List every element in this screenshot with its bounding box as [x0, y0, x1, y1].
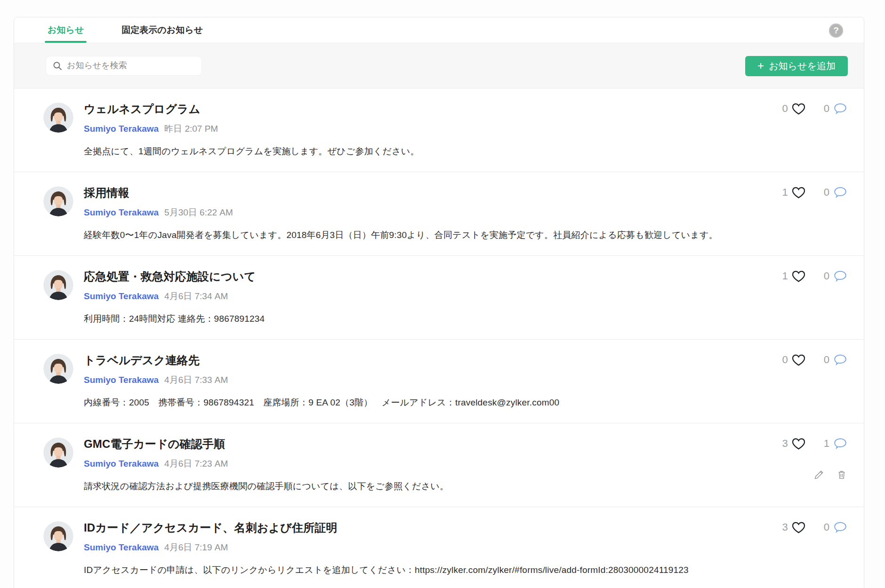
comment-icon[interactable]	[834, 354, 847, 366]
reaction-counts: 0 0	[782, 354, 847, 366]
announcement-side: 0 0	[743, 101, 847, 158]
comment-icon[interactable]	[834, 270, 847, 282]
like-count: 1	[782, 270, 788, 282]
announcement-body: 利用時間：24時間対応 連絡先：9867891234	[84, 313, 743, 325]
timestamp: 4月6日 7:33 AM	[164, 374, 228, 386]
avatar	[43, 186, 73, 216]
delete-icon[interactable]	[837, 469, 847, 480]
avatar	[43, 354, 73, 384]
author-link[interactable]: Sumiyo Terakawa	[84, 375, 159, 385]
heart-icon[interactable]	[792, 522, 805, 533]
tab-announcements-label: お知らせ	[48, 24, 84, 36]
like-button[interactable]: 0	[782, 103, 805, 115]
plus-icon: +	[757, 60, 764, 72]
timestamp: 4月6日 7:23 AM	[164, 458, 228, 470]
comment-button[interactable]: 0	[824, 354, 847, 366]
like-button[interactable]: 0	[782, 354, 805, 366]
comment-count: 0	[824, 270, 829, 282]
like-count: 3	[782, 437, 788, 450]
tab-announcements[interactable]: お知らせ	[48, 17, 84, 43]
add-announcement-label: お知らせを追加	[769, 60, 836, 72]
announcement-title[interactable]: トラベルデスク連絡先	[84, 353, 743, 368]
heart-icon[interactable]	[792, 354, 805, 366]
avatar	[43, 270, 73, 300]
comment-count: 0	[824, 354, 829, 366]
tab-pinned-announcements[interactable]: 固定表示のお知らせ	[121, 17, 203, 43]
announcement-side: 3 0	[743, 519, 847, 576]
avatar-photo	[43, 354, 73, 384]
comment-icon[interactable]	[834, 103, 847, 114]
announcement-item[interactable]: IDカード／アクセスカード、名刺および住所証明 Sumiyo Terakawa …	[14, 507, 864, 588]
comment-icon[interactable]	[834, 438, 847, 449]
comment-button[interactable]: 1	[824, 437, 847, 450]
announcement-side: 1 0	[743, 268, 847, 325]
avatar	[43, 521, 73, 551]
like-count: 0	[782, 103, 788, 115]
announcement-side: 3 1	[743, 436, 847, 493]
avatar	[43, 103, 73, 133]
comment-button[interactable]: 0	[824, 270, 847, 282]
announcement-body: 内線番号：2005 携帯番号：9867894321 座席場所：9 EA 02（3…	[84, 397, 743, 409]
timestamp: 5月30日 6:22 AM	[164, 207, 233, 219]
timestamp: 4月6日 7:19 AM	[164, 541, 228, 554]
announcement-item[interactable]: 応急処置・救急対応施設について Sumiyo Terakawa 4月6日 7:3…	[14, 256, 864, 340]
like-button[interactable]: 1	[782, 270, 805, 282]
announcement-item[interactable]: 採用情報 Sumiyo Terakawa 5月30日 6:22 AM 経験年数0…	[14, 172, 864, 256]
timestamp: 昨日 2:07 PM	[164, 123, 218, 135]
like-count: 3	[782, 521, 788, 533]
announcement-list: ウェルネスプログラム Sumiyo Terakawa 昨日 2:07 PM 全拠…	[14, 88, 864, 588]
heart-icon[interactable]	[792, 270, 805, 282]
announcement-side: 1 0	[743, 184, 847, 241]
announcements-panel: お知らせ 固定表示のお知らせ ? + お知らせを追加	[14, 17, 864, 588]
like-button[interactable]: 1	[782, 186, 805, 199]
announcement-meta: Sumiyo Terakawa 4月6日 7:33 AM	[84, 374, 743, 386]
reaction-counts: 3 1	[782, 437, 847, 450]
announcement-body: IDアクセスカードの申請は、以下のリンクからリクエストを追加してください：htt…	[84, 564, 743, 576]
author-link[interactable]: Sumiyo Terakawa	[84, 124, 159, 134]
comment-count: 0	[824, 521, 829, 533]
tab-pinned-label: 固定表示のお知らせ	[121, 24, 203, 36]
announcement-item[interactable]: GMC電子カードの確認手順 Sumiyo Terakawa 4月6日 7:23 …	[14, 423, 864, 507]
author-link[interactable]: Sumiyo Terakawa	[84, 207, 159, 218]
comment-icon[interactable]	[834, 522, 847, 533]
search-icon	[53, 61, 62, 71]
announcement-title[interactable]: ウェルネスプログラム	[84, 102, 743, 117]
announcement-title[interactable]: 採用情報	[84, 185, 743, 200]
avatar-photo	[43, 437, 73, 468]
add-announcement-button[interactable]: + お知らせを追加	[745, 56, 848, 76]
edit-icon[interactable]	[814, 469, 824, 480]
comment-button[interactable]: 0	[824, 103, 847, 115]
announcement-item[interactable]: ウェルネスプログラム Sumiyo Terakawa 昨日 2:07 PM 全拠…	[14, 88, 864, 172]
author-link[interactable]: Sumiyo Terakawa	[84, 291, 159, 302]
comment-button[interactable]: 0	[824, 521, 847, 533]
avatar-photo	[43, 270, 73, 300]
author-link[interactable]: Sumiyo Terakawa	[84, 542, 159, 553]
heart-icon[interactable]	[792, 438, 805, 450]
announcement-title[interactable]: 応急処置・救急対応施設について	[84, 269, 743, 284]
search-input[interactable]	[67, 61, 195, 71]
comment-icon[interactable]	[834, 187, 847, 198]
announcement-meta: Sumiyo Terakawa 4月6日 7:19 AM	[84, 541, 743, 554]
heart-icon[interactable]	[792, 103, 805, 115]
comment-button[interactable]: 0	[824, 186, 847, 199]
author-link[interactable]: Sumiyo Terakawa	[84, 459, 159, 469]
announcement-meta: Sumiyo Terakawa 4月6日 7:23 AM	[84, 458, 743, 470]
heart-icon[interactable]	[792, 187, 805, 199]
like-count: 0	[782, 354, 788, 366]
like-button[interactable]: 3	[782, 521, 805, 533]
announcement-content: 採用情報 Sumiyo Terakawa 5月30日 6:22 AM 経験年数0…	[73, 184, 743, 241]
announcement-content: IDカード／アクセスカード、名刺および住所証明 Sumiyo Terakawa …	[73, 519, 743, 576]
announcement-title[interactable]: IDカード／アクセスカード、名刺および住所証明	[84, 520, 743, 535]
announcement-content: ウェルネスプログラム Sumiyo Terakawa 昨日 2:07 PM 全拠…	[73, 101, 743, 158]
help-icon[interactable]: ?	[829, 24, 843, 38]
search-box[interactable]	[46, 56, 202, 76]
comment-count: 0	[824, 103, 829, 115]
row-actions	[814, 469, 847, 480]
reaction-counts: 0 0	[782, 103, 847, 115]
like-button[interactable]: 3	[782, 437, 805, 450]
announcement-item[interactable]: トラベルデスク連絡先 Sumiyo Terakawa 4月6日 7:33 AM …	[14, 340, 864, 423]
announcement-title[interactable]: GMC電子カードの確認手順	[84, 437, 743, 452]
announcement-content: トラベルデスク連絡先 Sumiyo Terakawa 4月6日 7:33 AM …	[73, 352, 743, 409]
announcement-body: 請求状況の確認方法および提携医療機関の確認手順については、以下をご参照ください。	[84, 480, 743, 493]
like-count: 1	[782, 186, 788, 199]
